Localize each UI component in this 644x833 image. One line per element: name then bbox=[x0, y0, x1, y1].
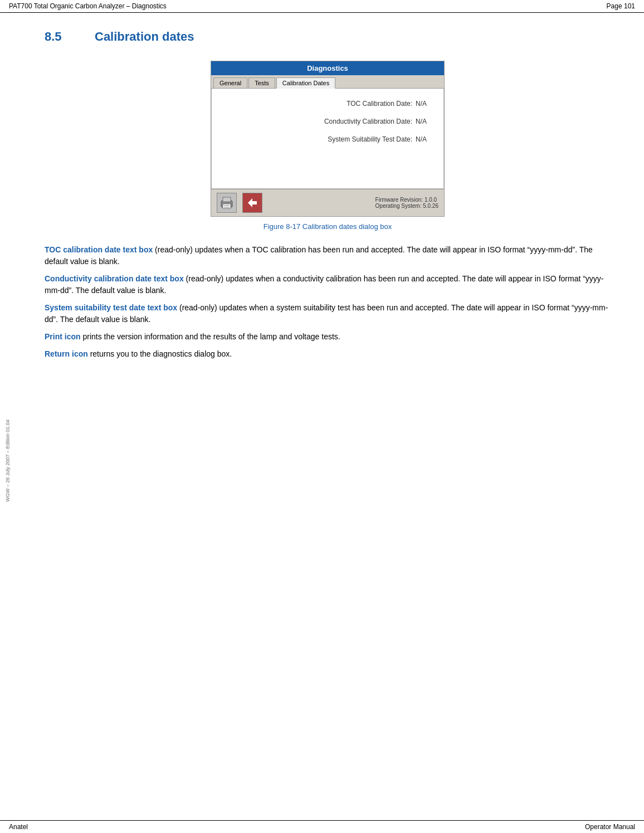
figure-caption: Figure 8-17 Calibration dates dialog box bbox=[45, 222, 611, 231]
firmware-info: Firmware Revision: 1.0.0 Operating Syste… bbox=[375, 197, 438, 209]
toc-calibration-value: N/A bbox=[416, 100, 427, 108]
return-icon[interactable] bbox=[242, 193, 262, 213]
toc-calibration-field: TOC Calibration Date: N/A bbox=[228, 100, 427, 108]
top-bar: PAT700 Total Organic Carbon Analyzer – D… bbox=[0, 0, 644, 13]
main-content: 8.5 Calibration dates Diagnostics Genera… bbox=[0, 13, 644, 399]
dialog-screenshot: Diagnostics General Tests Calibration Da… bbox=[45, 61, 611, 217]
print-icon[interactable] bbox=[217, 193, 237, 213]
desc-print-icon: Print icon prints the version informatio… bbox=[45, 331, 611, 343]
desc-toc-calibration: TOC calibration date text box (read-only… bbox=[45, 244, 611, 267]
dialog-titlebar: Diagnostics bbox=[211, 61, 444, 75]
operating-system: Operating System: 5.0.26 bbox=[375, 203, 438, 209]
section-number: 8.5 bbox=[45, 30, 78, 44]
section-title: Calibration dates bbox=[95, 30, 194, 44]
tab-general[interactable]: General bbox=[213, 77, 247, 88]
firmware-revision: Firmware Revision: 1.0.0 bbox=[375, 197, 438, 203]
term-toc-calibration: TOC calibration date text box bbox=[45, 245, 153, 254]
tab-tests[interactable]: Tests bbox=[248, 77, 275, 88]
tab-calibration-dates[interactable]: Calibration Dates bbox=[276, 77, 335, 89]
svg-rect-1 bbox=[223, 197, 231, 202]
footer-left: Anatel bbox=[9, 823, 28, 831]
svg-rect-2 bbox=[223, 204, 231, 208]
svg-rect-4 bbox=[224, 207, 230, 208]
header-left: PAT700 Total Organic Carbon Analyzer – D… bbox=[9, 2, 167, 10]
dialog-window: Diagnostics General Tests Calibration Da… bbox=[211, 61, 445, 217]
text-return-icon: returns you to the diagnostics dialog bo… bbox=[88, 349, 232, 358]
conductivity-calibration-value: N/A bbox=[416, 118, 427, 125]
header-right: Page 101 bbox=[607, 2, 635, 10]
term-conductivity-calibration: Conductivity calibration date text box bbox=[45, 274, 184, 283]
term-suitability-test: System suitability test date text box bbox=[45, 303, 177, 312]
conductivity-calibration-field: Conductivity Calibration Date: N/A bbox=[228, 118, 427, 125]
section-heading: 8.5 Calibration dates bbox=[45, 30, 611, 44]
desc-conductivity-calibration: Conductivity calibration date text box (… bbox=[45, 273, 611, 296]
footer-right: Operator Manual bbox=[585, 823, 635, 831]
desc-return-icon: Return icon returns you to the diagnosti… bbox=[45, 348, 611, 360]
dialog-tabs: General Tests Calibration Dates bbox=[211, 75, 444, 89]
term-print-icon: Print icon bbox=[45, 332, 81, 341]
conductivity-calibration-label: Conductivity Calibration Date: bbox=[324, 118, 412, 125]
suitability-test-field: System Suitability Test Date: N/A bbox=[228, 135, 427, 143]
toc-calibration-label: TOC Calibration Date: bbox=[347, 100, 412, 108]
suitability-test-value: N/A bbox=[416, 135, 427, 143]
svg-marker-5 bbox=[248, 198, 257, 207]
dialog-footer: Firmware Revision: 1.0.0 Operating Syste… bbox=[211, 189, 444, 216]
side-watermark: WGW – 26 July 2007 – Edition 01.04 bbox=[5, 420, 11, 502]
term-return-icon: Return icon bbox=[45, 349, 88, 358]
suitability-test-label: System Suitability Test Date: bbox=[328, 135, 412, 143]
bottom-bar: Anatel Operator Manual bbox=[0, 820, 644, 833]
svg-rect-3 bbox=[224, 205, 230, 206]
dialog-body: TOC Calibration Date: N/A Conductivity C… bbox=[211, 89, 444, 189]
desc-suitability-test: System suitability test date text box (r… bbox=[45, 302, 611, 325]
text-print-icon: prints the version information and the r… bbox=[81, 332, 340, 341]
